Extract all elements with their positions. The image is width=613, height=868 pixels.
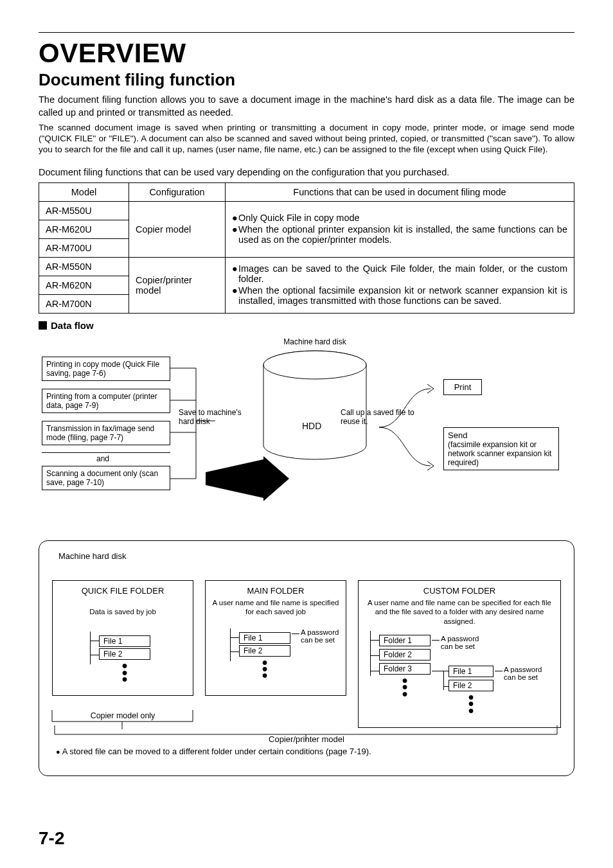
- intro-paragraph-2: The scanned document image is saved when…: [39, 123, 574, 155]
- func-copier-b2: When the optional printer expansion kit …: [238, 224, 567, 245]
- main-folder-column: MAIN FOLDER A user name and file name is…: [205, 580, 346, 728]
- page-subtitle: Document filing function: [39, 70, 574, 90]
- file-item: File 1: [239, 632, 290, 644]
- config-printer-cell: Copier/printer model: [129, 257, 226, 313]
- send-title: Send: [448, 430, 555, 440]
- intro-paragraph-1: The document filing function allows you …: [39, 94, 574, 119]
- quick-folder-title: QUICK FILE FOLDER: [59, 586, 186, 596]
- split-arrow-icon: [379, 363, 450, 492]
- func-printer-b1: Images can be saved to the Quick File fo…: [238, 263, 567, 284]
- flow-box-copy: Printing in copy mode (Quick File saving…: [42, 357, 170, 381]
- send-desc: (facsimile expansion kit or network scan…: [448, 440, 555, 467]
- bottom-bracket-icon: [52, 725, 560, 742]
- config-table: Model Configuration Functions that can b…: [39, 182, 574, 314]
- hdd-cylinder-icon: [257, 349, 373, 465]
- top-rule: [39, 32, 574, 33]
- flow-box-printer: Printing from a computer (printer data, …: [42, 389, 170, 413]
- password-note: A password can be set: [441, 635, 486, 650]
- quick-folder-desc: Data is saved by job: [59, 607, 186, 616]
- and-text: and: [96, 454, 109, 463]
- file-item: File 1: [99, 635, 150, 647]
- model-cell: AR-M700U: [39, 238, 129, 257]
- func-copier-cell: ●Only Quick File in copy mode ●When the …: [226, 201, 574, 257]
- disk-detail-title: Machine hard disk: [58, 551, 561, 561]
- func-printer-cell: ●Images can be saved to the Quick File f…: [226, 257, 574, 313]
- th-config: Configuration: [129, 182, 226, 201]
- custom-folder-title: CUSTOM FOLDER: [365, 586, 554, 596]
- hdd-text: HDD: [302, 421, 321, 431]
- file-item: File 2: [239, 645, 290, 657]
- th-model: Model: [39, 182, 129, 201]
- password-note: A password can be set: [301, 628, 346, 644]
- flow-box-fax: Transmission in fax/image send mode (fil…: [42, 421, 170, 445]
- hdd-container: Machine hard disk HDD: [241, 337, 389, 465]
- func-printer-b2: When the optional facsimile expansion ki…: [238, 285, 567, 306]
- folder-item: Folder 1: [379, 635, 431, 646]
- file-item: File 2: [449, 680, 493, 691]
- page-number: 7-2: [39, 828, 64, 849]
- footer-note: A stored file can be moved to a differen…: [52, 747, 561, 756]
- page-title: OVERVIEW: [39, 38, 574, 69]
- config-copier-cell: Copier model: [129, 201, 226, 257]
- svg-point-8: [263, 351, 366, 379]
- send-box: Send (facsimile expansion kit or network…: [443, 427, 559, 470]
- and-divider: [42, 452, 170, 453]
- custom-folder-desc: A user name and file name can be specifi…: [365, 598, 554, 626]
- dataflow-heading: Data flow: [39, 320, 574, 331]
- model-cell: AR-M620U: [39, 220, 129, 238]
- disk-detail-diagram: Machine hard disk QUICK FILE FOLDER Data…: [39, 540, 574, 776]
- square-bullet-icon: [39, 321, 47, 330]
- flow-box-scan: Scanning a document only (scan save, pag…: [42, 466, 170, 490]
- intro-paragraph-3: Document filing functions that can be us…: [39, 167, 574, 177]
- file-item: File 1: [449, 666, 493, 677]
- dataflow-diagram: Printing in copy mode (Quick File saving…: [39, 337, 574, 536]
- th-functions: Functions that can be used in document f…: [226, 182, 574, 201]
- func-copier-b1: Only Quick File in copy mode: [238, 213, 567, 223]
- main-folder-title: MAIN FOLDER: [212, 586, 339, 596]
- dataflow-label: Data flow: [51, 320, 94, 331]
- password-note: A password can be set: [504, 666, 549, 681]
- print-box: Print: [443, 379, 482, 395]
- model-cell: AR-M620N: [39, 276, 129, 294]
- model-cell: AR-M550U: [39, 201, 129, 220]
- quick-file-column: QUICK FILE FOLDER Data is saved by job F…: [52, 580, 193, 728]
- disk-label: Machine hard disk: [241, 337, 389, 346]
- main-folder-desc: A user name and file name is specified f…: [212, 598, 339, 617]
- folder-item: Folder 2: [379, 649, 431, 660]
- folder-item: Folder 3: [379, 663, 431, 675]
- model-cell: AR-M550N: [39, 257, 129, 276]
- model-cell: AR-M700N: [39, 294, 129, 313]
- file-item: File 2: [99, 648, 150, 660]
- custom-folder-column: CUSTOM FOLDER A user name and file name …: [358, 580, 561, 728]
